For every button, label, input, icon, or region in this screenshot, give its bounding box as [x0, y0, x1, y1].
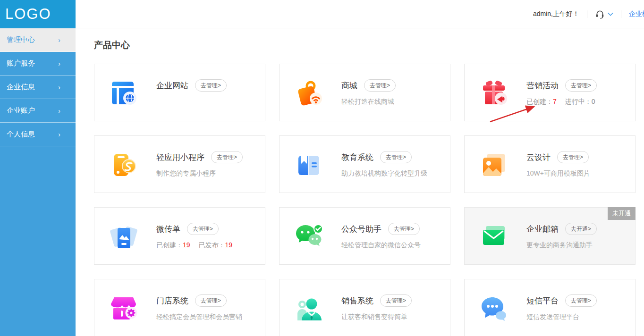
- card-stats: 已创建：19 已发布：19: [156, 241, 260, 250]
- manage-button[interactable]: 去管理>: [364, 79, 396, 92]
- support-dropdown[interactable]: [595, 9, 613, 19]
- micro-flyer-icon: [109, 221, 139, 252]
- sidebar-item-management-center[interactable]: 管理中心 ›: [0, 28, 76, 52]
- activate-button[interactable]: 去开通>: [565, 223, 597, 235]
- card-store-system[interactable]: 门店系统 去管理> 轻松搞定会员管理和会员营销: [94, 279, 265, 336]
- card-title: 轻应用小程序: [156, 152, 204, 163]
- stat-label: 已创建：: [526, 98, 553, 105]
- manage-button[interactable]: 去管理>: [211, 151, 243, 163]
- card-enterprise-mail[interactable]: 未开通 企业邮箱 去开通> 更专业的商务沟通助手: [464, 207, 636, 265]
- card-subtitle: 轻松打造在线商城: [341, 98, 445, 106]
- manage-button[interactable]: 去管理>: [380, 294, 412, 307]
- card-title: 企业邮箱: [526, 224, 559, 235]
- sidebar-item-personal-info[interactable]: 个人信息 ›: [0, 123, 76, 146]
- divider: [621, 10, 621, 18]
- card-title: 公众号助手: [341, 224, 381, 235]
- card-subtitle: 轻松搞定会员管理和会员营销: [156, 313, 260, 321]
- manage-button[interactable]: 去管理>: [195, 79, 227, 92]
- divider: [587, 10, 587, 18]
- card-stats: 已创建：7 进行中：0: [526, 98, 630, 106]
- card-title: 商城: [341, 80, 357, 91]
- stat-value: 19: [225, 241, 233, 249]
- card-subtitle: 制作您的专属小程序: [156, 169, 260, 178]
- enterprise-mail-icon: [479, 221, 509, 252]
- card-title: 企业网站: [156, 80, 188, 91]
- card-sms-platform[interactable]: 短信平台 去管理> 短信发送管理平台: [464, 279, 636, 336]
- enterprise-website-icon: [109, 78, 139, 108]
- sidebar: LOGO 管理中心 › 账户服务 › 企业信息 › 企业账户 › 个人信息 ›: [0, 0, 76, 336]
- card-subtitle: 助力教培机构数字化转型升级: [341, 169, 445, 178]
- card-mini-program[interactable]: 轻应用小程序 去管理> 制作您的专属小程序: [94, 135, 265, 193]
- card-mall[interactable]: 商城 去管理> 轻松打造在线商城: [279, 64, 450, 121]
- chevron-right-icon: ›: [58, 107, 60, 115]
- not-activated-badge: 未开通: [608, 207, 636, 220]
- mall-icon: [294, 78, 324, 108]
- headset-icon: [595, 9, 605, 19]
- manage-button[interactable]: 去管理>: [388, 223, 420, 235]
- stat-label: 已发布：: [199, 241, 225, 249]
- stat-label: 已创建：: [156, 241, 183, 249]
- chevron-right-icon: ›: [58, 36, 60, 44]
- card-education-system[interactable]: 教育系统 去管理> 助力教培机构数字化转型升级: [279, 135, 450, 193]
- card-micro-flyer[interactable]: 微传单 去管理> 已创建：19 已发布：19: [94, 207, 265, 265]
- sidebar-item-account-services[interactable]: 账户服务 ›: [0, 52, 76, 76]
- stat-value: 19: [183, 241, 190, 249]
- card-subtitle: 轻松管理自家的微信公众号: [341, 241, 445, 250]
- manage-button[interactable]: 去管理>: [187, 223, 219, 235]
- page-title: 产品中心: [94, 39, 130, 51]
- card-subtitle: 更专业的商务沟通助手: [526, 241, 630, 250]
- cloud-design-icon: [479, 150, 509, 180]
- card-title: 教育系统: [341, 152, 373, 163]
- education-system-icon: [294, 150, 324, 180]
- stat-label: 进行中：: [565, 98, 592, 105]
- card-title: 微传单: [156, 224, 180, 235]
- store-system-icon: [109, 293, 139, 323]
- card-title: 云设计: [526, 152, 551, 163]
- stat-value: 0: [592, 98, 595, 105]
- sms-platform-icon: [479, 293, 509, 323]
- stat-value: 7: [553, 98, 557, 105]
- chevron-right-icon: ›: [58, 60, 60, 67]
- top-header: admin,上午好！ 企业概括: [76, 0, 644, 28]
- manage-button[interactable]: 去管理>: [557, 151, 589, 163]
- card-title: 营销活动: [526, 80, 559, 91]
- logo: LOGO: [0, 0, 76, 28]
- card-title: 门店系统: [156, 295, 188, 306]
- card-cloud-design[interactable]: 云设计 去管理> 10W+可商用模板图片: [464, 135, 636, 193]
- sidebar-item-label: 企业信息: [7, 83, 35, 92]
- sidebar-item-label: 企业账户: [7, 106, 35, 115]
- main-content: 产品中心 企业网站 去管理>: [76, 28, 644, 336]
- user-greeting: admin,上午好！: [533, 10, 579, 18]
- chevron-down-icon: [608, 12, 613, 16]
- product-grid: 企业网站 去管理> 商城: [94, 64, 636, 336]
- card-title: 短信平台: [526, 295, 559, 306]
- enterprise-overview-link[interactable]: 企业概括: [629, 10, 644, 18]
- marketing-campaign-icon: [479, 78, 509, 108]
- card-enterprise-website[interactable]: 企业网站 去管理>: [94, 64, 265, 121]
- sidebar-item-label: 个人信息: [7, 130, 35, 139]
- mini-program-icon: [109, 150, 139, 180]
- manage-button[interactable]: 去管理>: [195, 294, 227, 307]
- card-title: 销售系统: [341, 295, 373, 306]
- sidebar-item-label: 管理中心: [7, 35, 35, 44]
- card-subtitle: 让获客和销售变得简单: [341, 313, 445, 321]
- card-sales-system[interactable]: 销售系统 去管理> 让获客和销售变得简单: [279, 279, 450, 336]
- sidebar-item-enterprise-info[interactable]: 企业信息 ›: [0, 76, 76, 99]
- sales-system-icon: [294, 293, 324, 323]
- sidebar-item-label: 账户服务: [7, 59, 35, 68]
- card-wechat-official-account[interactable]: 公众号助手 去管理> 轻松管理自家的微信公众号: [279, 207, 450, 265]
- card-marketing-campaign[interactable]: 营销活动 去管理> 已创建：7 进行中：0: [464, 64, 636, 121]
- chevron-right-icon: ›: [58, 84, 60, 91]
- sidebar-item-enterprise-account[interactable]: 企业账户 ›: [0, 99, 76, 123]
- manage-button[interactable]: 去管理>: [565, 79, 597, 92]
- manage-button[interactable]: 去管理>: [380, 151, 412, 163]
- manage-button[interactable]: 去管理>: [565, 294, 597, 307]
- card-subtitle: 10W+可商用模板图片: [526, 169, 630, 178]
- card-subtitle: 短信发送管理平台: [526, 313, 630, 321]
- chevron-right-icon: ›: [58, 131, 60, 138]
- wechat-official-account-icon: [294, 221, 324, 252]
